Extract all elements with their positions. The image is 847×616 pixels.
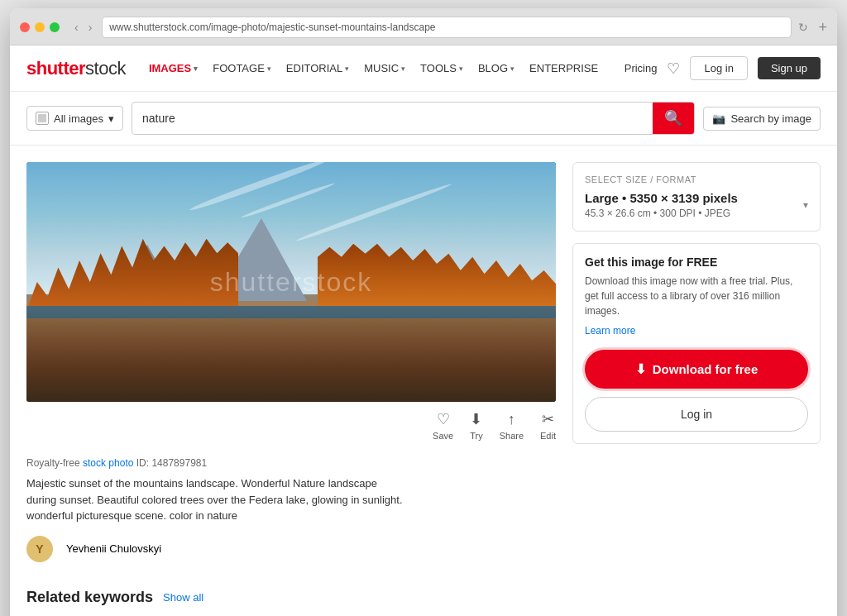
- right-panel: Select size / format Large • 5350 × 3139…: [572, 162, 821, 444]
- size-selector: Select size / format Large • 5350 × 3139…: [572, 162, 821, 232]
- image-actions: ♡ Save ⬇ Try ↑ Share ✂ Edit: [26, 402, 556, 449]
- scene: [26, 162, 556, 402]
- edit-button[interactable]: ✂ Edit: [540, 410, 556, 441]
- search-button[interactable]: 🔍: [653, 103, 694, 134]
- nav-right: Pricing ♡ Log in Sign up: [624, 56, 821, 80]
- share-button[interactable]: ↑ Share: [500, 411, 524, 441]
- photo-description: Majestic sunset of the mountains landsca…: [26, 475, 407, 524]
- dropdown-arrow-icon: ▾: [803, 199, 808, 211]
- nav-editorial[interactable]: EDITORIAL ▾: [280, 57, 356, 79]
- photo-info: Royalty-free stock photo ID: 1487897981 …: [26, 449, 556, 584]
- forward-button[interactable]: ›: [85, 19, 96, 36]
- search-by-image-label: Search by image: [730, 112, 811, 125]
- maximize-window-button[interactable]: [50, 22, 60, 32]
- camera-icon: 📷: [712, 112, 725, 125]
- author-name-link[interactable]: Yevhenii Chulovskyi: [66, 542, 161, 555]
- author-line: Y Yevhenii Chulovskyi: [26, 536, 556, 562]
- size-label: Select size / format: [585, 174, 808, 184]
- nav-arrows: ‹ ›: [71, 19, 95, 36]
- size-main: Large • 5350 × 3139 pixels: [585, 191, 738, 205]
- download-icon: ⬇: [635, 361, 646, 377]
- refresh-button[interactable]: ↻: [798, 21, 808, 34]
- water-reflection: [26, 318, 556, 403]
- site-content: shutterstock IMAGES ▾ FOOTAGE ▾ EDITORIA…: [10, 45, 837, 616]
- search-input-wrap: 🔍: [132, 102, 695, 135]
- filter-label: All images: [54, 112, 103, 125]
- image-section: shutterstock ♡ Save ⬇ Try ↑ Share: [26, 162, 556, 616]
- edit-icon: ✂: [542, 410, 554, 428]
- photo-id: 1487897981: [151, 457, 207, 469]
- new-tab-button[interactable]: +: [818, 19, 827, 36]
- nav-editorial-arrow: ▾: [345, 64, 349, 73]
- show-all-link[interactable]: Show all: [163, 591, 203, 604]
- free-description: Download this image now with a free tria…: [585, 274, 808, 318]
- logo[interactable]: shutterstock: [26, 58, 126, 79]
- size-detail: 45.3 × 26.6 cm • 300 DPI • JPEG: [585, 208, 738, 219]
- top-nav: shutterstock IMAGES ▾ FOOTAGE ▾ EDITORIA…: [10, 45, 837, 92]
- filter-arrow-icon: ▾: [108, 112, 114, 125]
- stock-photo-link[interactable]: stock photo: [83, 457, 133, 469]
- window-controls: [20, 22, 60, 32]
- nav-footage-arrow: ▾: [267, 64, 271, 73]
- main-image: shutterstock: [26, 162, 556, 402]
- try-button[interactable]: ⬇ Try: [470, 410, 482, 441]
- nav-enterprise[interactable]: ENTERPRISE: [523, 57, 605, 79]
- image-filter-icon: [36, 112, 49, 125]
- learn-more-link[interactable]: Learn more: [585, 325, 808, 337]
- free-section: Get this image for FREE Download this im…: [572, 243, 821, 444]
- heart-icon: ♡: [437, 410, 450, 428]
- nav-images[interactable]: IMAGES ▾: [142, 57, 204, 79]
- close-window-button[interactable]: [20, 22, 30, 32]
- logo-stock: stock: [85, 58, 126, 79]
- logo-shutter: shutter: [26, 58, 85, 79]
- login-button[interactable]: Log in: [690, 56, 747, 80]
- nav-music-arrow: ▾: [401, 64, 405, 73]
- main-nav: IMAGES ▾ FOOTAGE ▾ EDITORIAL ▾ MUSIC ▾ T…: [142, 57, 624, 79]
- wishlist-icon[interactable]: ♡: [667, 60, 680, 78]
- search-input[interactable]: [132, 105, 653, 131]
- signup-button[interactable]: Sign up: [758, 57, 821, 79]
- share-icon: ↑: [508, 411, 515, 428]
- nav-tools[interactable]: TOOLS ▾: [414, 57, 470, 79]
- royalty-line: Royalty-free stock photo ID: 1487897981: [26, 457, 556, 469]
- nav-blog[interactable]: BLOG ▾: [471, 57, 521, 79]
- minimize-window-button[interactable]: [35, 22, 45, 32]
- photo-id-label: ID:: [136, 457, 152, 469]
- related-keywords-section: Related keywords Show all naturelandscap…: [26, 589, 556, 617]
- search-by-image-button[interactable]: 📷 Search by image: [703, 107, 821, 131]
- back-button[interactable]: ‹: [71, 19, 82, 36]
- main-content: shutterstock ♡ Save ⬇ Try ↑ Share: [10, 146, 837, 616]
- nav-tools-arrow: ▾: [459, 64, 463, 73]
- author-avatar: Y: [26, 536, 53, 562]
- download-try-icon: ⬇: [470, 410, 482, 428]
- nav-footage[interactable]: FOOTAGE ▾: [206, 57, 278, 79]
- nav-images-arrow: ▾: [194, 64, 198, 73]
- nav-music[interactable]: MUSIC ▾: [357, 57, 412, 79]
- download-label: Download for free: [653, 362, 758, 376]
- size-dropdown[interactable]: Large • 5350 × 3139 pixels 45.3 × 26.6 c…: [585, 191, 808, 219]
- pricing-link[interactable]: Pricing: [624, 62, 658, 74]
- browser-titlebar: ‹ › www.shutterstock.com/image-photo/maj…: [10, 8, 837, 45]
- download-button[interactable]: ⬇ Download for free: [585, 350, 808, 389]
- search-bar: All images ▾ 🔍 📷 Search by image: [10, 92, 837, 146]
- free-title: Get this image for FREE: [585, 255, 808, 269]
- save-button[interactable]: ♡ Save: [433, 410, 453, 441]
- search-filter-dropdown[interactable]: All images ▾: [26, 106, 123, 131]
- nav-blog-arrow: ▾: [510, 64, 514, 73]
- image-container: shutterstock: [26, 162, 556, 402]
- related-keywords-title: Related keywords Show all: [26, 589, 556, 606]
- url-text: www.shutterstock.com/image-photo/majesti…: [109, 21, 435, 33]
- panel-login-button[interactable]: Log in: [585, 397, 808, 432]
- browser-window: ‹ › www.shutterstock.com/image-photo/maj…: [10, 8, 837, 616]
- address-bar[interactable]: www.shutterstock.com/image-photo/majesti…: [102, 17, 792, 38]
